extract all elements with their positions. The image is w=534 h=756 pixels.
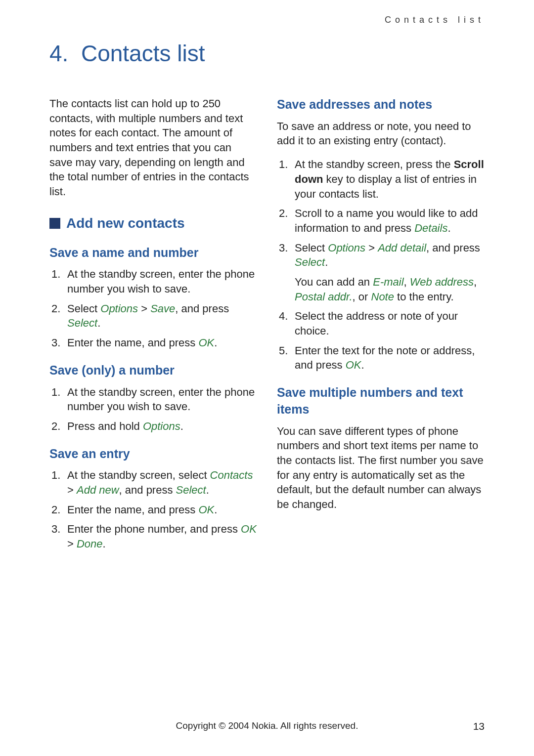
subheading-save-only-number: Save (only) a number [49,362,257,379]
step: Select Options > Add detail, and press S… [277,241,485,304]
left-column: The contacts list can hold up to 250 con… [49,96,257,558]
ui-email: E-mail [373,276,403,288]
ui-options: Options [100,302,138,315]
subheading-save-entry: Save an entry [49,446,257,462]
ui-add-detail: Add detail [378,242,426,254]
subheading-save-addresses: Save addresses and notes [277,96,485,113]
ui-postal-addr: Postal addr. [295,291,353,303]
sub5-body: You can save different types of phone nu… [277,424,485,512]
steps-save-name-number: At the standby screen, enter the phone n… [49,267,257,350]
step: At the standby screen, enter the phone n… [49,385,257,414]
ui-select: Select [67,317,97,329]
ui-save: Save [150,302,175,315]
right-column: Save addresses and notes To save an addr… [277,96,485,558]
ui-contacts: Contacts [210,469,253,481]
ui-details: Details [414,222,447,234]
step: Select Options > Save, and press Select. [49,301,257,331]
ui-done: Done [77,538,103,550]
copyright: Copyright © 2004 Nokia. All rights reser… [176,720,358,731]
chapter-name: Contacts list [81,41,205,66]
ui-ok: OK [241,523,257,535]
content-columns: The contacts list can hold up to 250 con… [49,96,485,558]
chapter-title: 4. Contacts list [49,40,485,67]
step: Scroll to a name you would like to add i… [277,206,485,235]
ui-options: Options [328,242,365,254]
ui-ok: OK [198,504,214,516]
step: Enter the phone number, and press OK > D… [49,522,257,551]
running-header: Contacts list [49,15,485,25]
ui-web-address: Web address [410,276,474,288]
step-note: You can add an E-mail, Web address, Post… [295,275,485,304]
step: Enter the name, and press OK. [49,336,257,350]
ui-note: Note [371,291,394,303]
steps-save-addresses: At the standby screen, press the Scroll … [277,157,485,373]
ui-options: Options [143,420,180,432]
ui-select: Select [176,484,206,496]
section-heading-text: Add new contacts [66,214,185,233]
steps-save-only-number: At the standby screen, enter the phone n… [49,385,257,434]
sub4-intro: To save an address or note, you need to … [277,119,485,148]
intro-paragraph: The contacts list can hold up to 250 con… [49,96,257,199]
step: At the standby screen, enter the phone n… [49,267,257,296]
ui-select: Select [295,256,325,268]
ui-ok: OK [346,359,361,371]
section-heading-add-contacts: Add new contacts [49,214,257,233]
page-footer: Copyright © 2004 Nokia. All rights reser… [49,720,485,731]
chapter-number: 4. [49,41,68,66]
step: Select the address or note of your choic… [277,309,485,338]
page-number: 13 [473,720,485,732]
ui-ok: OK [198,336,214,349]
step: Enter the text for the note or address, … [277,343,485,373]
subheading-save-multiple: Save multiple numbers and text items [277,384,485,418]
ui-add-new: Add new [77,484,119,496]
step: Enter the name, and press OK. [49,503,257,517]
step: Press and hold Options. [49,419,257,434]
steps-save-entry: At the standby screen, select Contacts >… [49,468,257,551]
subheading-save-name-number: Save a name and number [49,245,257,261]
step: At the standby screen, select Contacts >… [49,468,257,497]
step: At the standby screen, press the Scroll … [277,157,485,201]
square-bullet-icon [49,218,60,229]
